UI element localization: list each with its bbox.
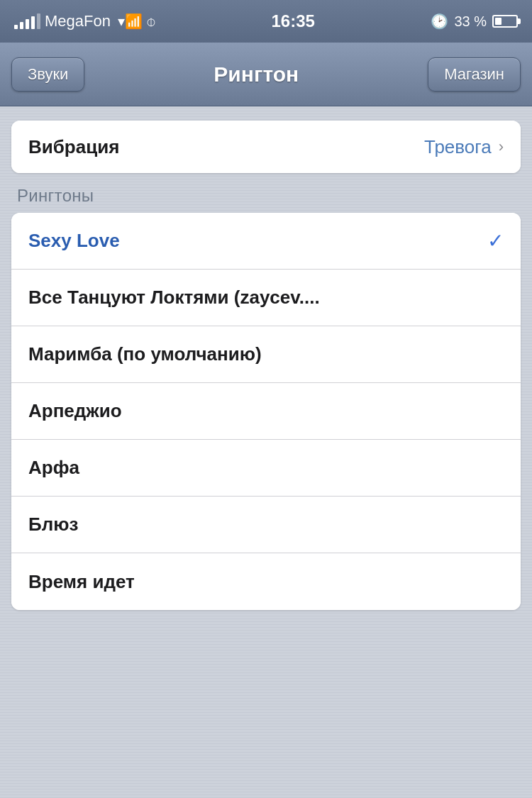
vibration-section: Вибрация Тревога › [11,121,521,173]
ringtone-name: Арфа [28,457,79,479]
ringtone-name: Время идет [28,571,135,593]
carrier-name: MegaFon [45,12,111,31]
ringtones-section-header: Рингтоны [0,173,532,213]
ringtone-name: Блюз [28,514,78,536]
navigation-bar: Звуки Рингтон Магазин [0,43,532,106]
ringtone-name: Все Танцуют Локтями (zaycev.... [28,287,320,309]
ringtone-row[interactable]: Все Танцуют Локтями (zaycev.... [11,270,521,326]
clock-icon: 🕑 [431,13,448,30]
wifi-icon: ▾📶 [118,13,143,30]
status-bar: MegaFon ▾📶 ⌽ 16:35 🕑 33 % [0,0,532,43]
status-time: 16:35 [271,11,314,31]
battery-icon [492,15,518,28]
ringtone-row[interactable]: Sexy Love✓ [11,213,521,270]
vibration-value-group: Тревога › [424,136,504,158]
checkmark-icon: ✓ [487,229,504,253]
ringtone-name: Sexy Love [28,230,120,252]
ringtone-row[interactable]: Время идет [11,553,521,610]
signal-bars-icon [14,13,40,29]
wifi-signal-icon: ⌽ [147,13,155,30]
ringtone-name: Арпеджио [28,400,122,422]
ringtone-row[interactable]: Маримба (по умолчанию) [11,326,521,383]
vibration-label: Вибрация [28,136,119,158]
vibration-value: Тревога [424,136,492,158]
vibration-row[interactable]: Вибрация Тревога › [11,121,521,173]
ringtone-row[interactable]: Арфа [11,440,521,497]
battery-percent: 33 % [454,13,487,30]
ringtone-row[interactable]: Блюз [11,497,521,553]
status-left: MegaFon ▾📶 ⌽ [14,12,155,31]
back-button[interactable]: Звуки [11,57,84,92]
status-right: 🕑 33 % [431,13,518,30]
store-button[interactable]: Магазин [428,57,521,92]
ringtone-row[interactable]: Арпеджио [11,383,521,440]
content-area: Вибрация Тревога › Рингтоны Sexy Love✓Вс… [0,106,532,624]
ringtones-list: Sexy Love✓Все Танцуют Локтями (zaycev...… [11,213,521,610]
ringtone-name: Маримба (по умолчанию) [28,343,262,365]
page-title: Рингтон [214,62,299,87]
chevron-right-icon: › [499,138,504,156]
